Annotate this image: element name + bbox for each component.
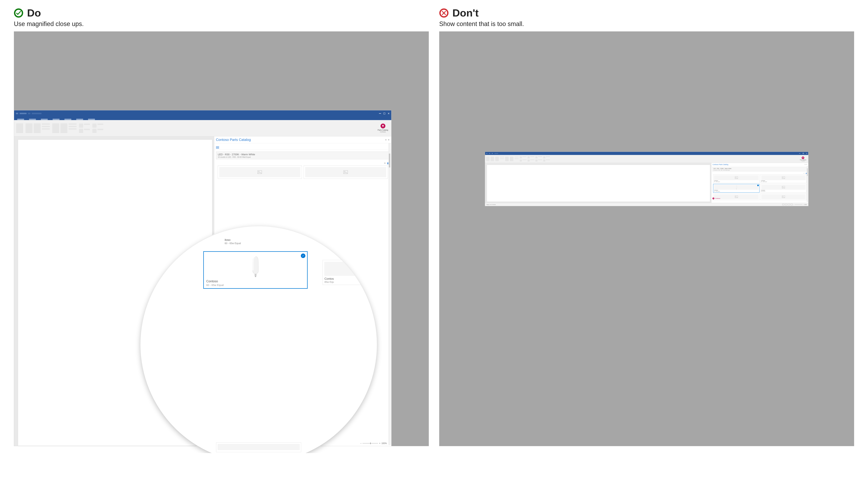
dont-heading: Don't: [452, 7, 479, 19]
catalog-card[interactable]: Contoso60 - 65w Equal: [713, 174, 759, 183]
document-canvas[interactable]: [487, 165, 710, 202]
ribbon-tabs[interactable]: [14, 117, 391, 120]
dont-subtitle: Show content that is too small.: [439, 20, 854, 28]
catalog-card[interactable]: Contoso60 - 65w Equal: [713, 184, 759, 193]
maximize-icon[interactable]: [384, 113, 385, 114]
close-icon[interactable]: ×: [388, 112, 390, 115]
search-summary: LED - R30 - 2700K - Warm White 16 result…: [216, 152, 390, 159]
ribbon: Parts Catalog Contoso: [14, 120, 391, 136]
catalog-card[interactable]: [760, 194, 806, 200]
catalog-card[interactable]: Contoso85w Equal: [760, 184, 806, 193]
pane-title: Contoso Parts Catalog: [712, 163, 728, 165]
addin-launcher[interactable]: Parts Catalog Contoso: [800, 157, 807, 161]
addin-launcher[interactable]: Parts Catalog Contoso: [378, 123, 389, 133]
chevron-down-icon[interactable]: ▾: [385, 139, 386, 141]
x-circle-icon: [439, 8, 449, 18]
scrollbar[interactable]: [389, 143, 391, 445]
magnifier: itoso 60 - 65w Equal ✓ Contoso 60 - 65w …: [140, 226, 377, 453]
hamburger-icon[interactable]: [216, 146, 219, 148]
check-icon: [757, 185, 759, 186]
list-view-icon[interactable]: ≡: [384, 162, 386, 165]
mag-selected-card[interactable]: ✓ Contoso 60 - 65w Equal: [203, 251, 308, 289]
scrollbar[interactable]: [807, 166, 808, 202]
catalog-card[interactable]: Contoso60 - 65w Equal: [760, 174, 806, 183]
pane-close-icon[interactable]: ✕: [806, 164, 807, 165]
product-spec: 60 - 65w Equal: [714, 191, 759, 192]
maximize-icon[interactable]: [803, 153, 804, 154]
titlebar: ×: [14, 110, 391, 117]
minimize-icon[interactable]: [379, 113, 381, 114]
catalog-card[interactable]: [218, 166, 302, 179]
list-view-icon[interactable]: ≡: [804, 173, 804, 174]
close-icon[interactable]: ×: [806, 153, 807, 155]
titlebar: ×: [485, 152, 808, 155]
do-example-frame: × Parts Catalog Contoso: [14, 31, 429, 446]
check-icon: ✓: [301, 253, 306, 258]
pane-close-icon[interactable]: ✕: [388, 139, 390, 141]
search-meta: 16 results in LED - R30 - 60-65 Watt Equ…: [218, 156, 388, 158]
pane-title: Contoso Parts Catalog: [216, 138, 251, 142]
minimize-icon[interactable]: [799, 153, 800, 154]
dont-example-frame: × Parts Catalog Contoso: [439, 31, 854, 446]
search-summary: LED - R30 - 2700K - Warm White 16 result…: [712, 167, 807, 171]
addin-name: Parts Catalog: [378, 129, 388, 131]
status-text: Page 1 of 1 0 words: [487, 204, 496, 205]
word-window-small: × Parts Catalog Contoso: [485, 152, 808, 206]
mag-bottom-card: [216, 443, 301, 452]
product-spec: 60 - 65w Equal: [206, 284, 305, 287]
zoom-control[interactable]: −+100%: [360, 442, 387, 445]
chevron-down-icon[interactable]: ▾: [805, 164, 805, 165]
lightbulb-product-icon: [248, 255, 263, 278]
do-column: Do Use magnified close ups. ×: [14, 7, 429, 446]
mag-partial-card: itoso 60 - 65w Equal: [225, 238, 241, 245]
product-spec: 85w Equal: [761, 191, 806, 192]
status-bar-small: Page 1 of 1 0 words −+100%: [485, 203, 808, 206]
do-subtitle: Use magnified close ups.: [14, 20, 429, 28]
brand-footer: CContoso: [712, 197, 720, 199]
task-pane: Contoso Parts Catalog ▾✕ LED - R30 - 270…: [711, 163, 808, 203]
search-query: LED - R30 - 2700K - Warm White: [218, 153, 388, 156]
dont-column: Don't Show content that is too small. ×: [439, 7, 854, 446]
ribbon: Parts Catalog Contoso: [485, 155, 808, 163]
lightbulb-icon: [802, 157, 804, 159]
catalog-card[interactable]: [303, 166, 388, 179]
product-spec: 60 - 65w Equal: [761, 181, 806, 182]
zoom-value: 100%: [381, 442, 387, 445]
product-spec: 60 - 65w Equal: [714, 181, 759, 182]
do-heading: Do: [27, 7, 41, 19]
addin-publisher: Contoso: [378, 131, 388, 133]
lightbulb-icon: [380, 123, 385, 128]
product-name: Contoso: [206, 279, 305, 283]
check-circle-icon: [14, 8, 23, 18]
